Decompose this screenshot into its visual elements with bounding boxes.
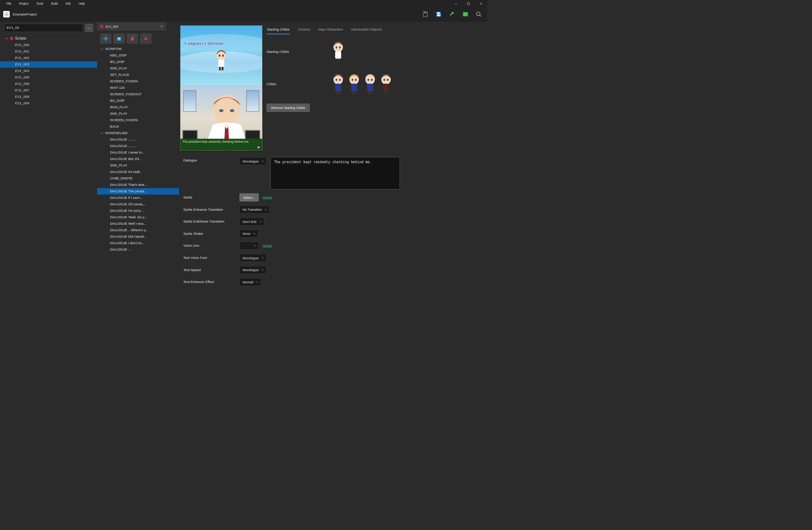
film-icon[interactable] (462, 11, 468, 17)
minimize-button[interactable] (450, 0, 462, 7)
command-item[interactable]: SND_PLAY (97, 110, 179, 117)
svg-point-15 (222, 55, 224, 57)
command-item[interactable]: DIALOGUE The presid... (97, 188, 179, 195)
text-voice-font-select[interactable]: Monologue (239, 254, 267, 262)
menu-help[interactable]: Help (75, 1, 89, 7)
command-item[interactable]: BGM_PLAY (97, 104, 179, 110)
sprite-exit-select[interactable]: Don't Exit (239, 218, 264, 226)
menu-file[interactable]: File (3, 1, 15, 7)
command-item[interactable]: DIALOGUE I don't ev... (97, 240, 179, 246)
section-nonesel000[interactable]: NONESEL000 (97, 130, 179, 136)
explorer-item-ev1_000[interactable]: EV1_000 (0, 42, 97, 48)
explorer-item-ev1_005[interactable]: EV1_005 (0, 74, 97, 81)
chibi[interactable] (331, 73, 345, 95)
svg-rect-43 (367, 84, 373, 91)
explorer-more-button[interactable]: ... (85, 24, 93, 32)
command-item[interactable]: DIALOGUE Yeah. Do y... (97, 214, 179, 220)
command-item[interactable]: BG_DISP (97, 97, 179, 104)
command-item[interactable]: DIALOGUE Did Haruhi... (97, 233, 179, 240)
clear-command-button[interactable] (140, 34, 151, 44)
chibis-label: Chibis (267, 82, 323, 86)
command-item[interactable]: DIALOGUE That's wha... (97, 182, 179, 188)
sprite-entrance-label: Sprite Entrance Transition (183, 207, 239, 211)
command-item[interactable]: DIALOGUE I'm sorry ... (97, 207, 179, 214)
explorer-item-ev1_006[interactable]: EV1_006 (0, 81, 97, 87)
command-item[interactable]: DIALOGUE If I can't... (97, 195, 179, 201)
voice-line-label: Voice Line (183, 244, 239, 248)
location-label: Computer Clubroom (185, 41, 224, 46)
svg-rect-12 (146, 39, 146, 40)
command-item[interactable]: DIALOGUE Well I wou... (97, 220, 179, 227)
svg-rect-25 (335, 51, 341, 59)
command-item[interactable]: DIALOGUE Of course,... (97, 201, 179, 207)
text-entrance-select[interactable]: Normal (239, 278, 261, 286)
subtab-map-characters[interactable]: Map Characters (318, 26, 343, 35)
command-item[interactable]: DIALOGUE It's reall... (97, 169, 179, 175)
sprite-entrance-select[interactable]: No Transition (239, 205, 270, 214)
dialogue-type-select[interactable]: Monologue (239, 157, 267, 165)
add-command-button[interactable] (100, 34, 111, 44)
chevron-down-icon (5, 37, 8, 40)
explorer-item-ev1_007[interactable]: EV1_007 (0, 87, 97, 93)
command-item[interactable]: DIALOGUE ... (97, 246, 179, 253)
command-panel: EV1_003 SCRIP (97, 21, 179, 318)
explorer-item-ev1_003[interactable]: EV1_003 (0, 61, 97, 68)
sprite-none-link[interactable]: NONE (263, 196, 272, 199)
menu-tools[interactable]: Tools (32, 1, 47, 7)
sprite-label: Sprite (183, 196, 239, 200)
command-item[interactable]: BACK (97, 123, 179, 130)
voice-line-select[interactable] (239, 242, 259, 250)
remove-starting-chibis-button[interactable]: Remove Starting Chibis (267, 104, 310, 112)
save-icon[interactable] (436, 11, 442, 17)
command-item[interactable]: SCREEN_FADEIN (97, 117, 179, 123)
command-item[interactable]: KBG_DISP (97, 52, 179, 59)
menu-build[interactable]: Build (47, 1, 61, 7)
svg-rect-8 (467, 12, 468, 16)
build-icon[interactable] (422, 11, 428, 17)
close-button[interactable] (475, 0, 487, 7)
chibi[interactable] (347, 73, 361, 95)
section-script00[interactable]: SCRIPT00 (97, 46, 179, 52)
subtab-interactable-objects[interactable]: Interactable Objects (350, 26, 382, 35)
command-item[interactable]: DIALOGUE But, it'll... (97, 156, 179, 162)
command-item[interactable]: DIALOGUE I never in... (97, 149, 179, 156)
dialogue-textarea[interactable] (271, 157, 400, 189)
search-icon[interactable] (476, 11, 482, 17)
maximize-button[interactable] (462, 0, 475, 7)
explorer-item-ev1_004[interactable]: EV1_004 (0, 68, 97, 74)
subtab-choices[interactable]: Choices (297, 26, 311, 35)
starting-chibi[interactable] (331, 41, 345, 63)
explorer-item-ev1_009[interactable]: EV1_009 (0, 100, 97, 106)
command-item[interactable]: SET_PLACE (97, 72, 179, 78)
chibi[interactable] (363, 73, 377, 95)
explorer-item-ev1_002[interactable]: EV1_002 (0, 55, 97, 61)
subtab-starting-chibis[interactable]: Starting Chibis (267, 26, 290, 35)
command-item[interactable]: DIALOGUE ...Where's y... (97, 227, 179, 233)
explorer-item-ev1_001[interactable]: EV1_001 (0, 48, 97, 55)
explorer-item-ev1_008[interactable]: EV1_008 (0, 93, 97, 100)
command-item[interactable]: CHIBI_EMOTE (97, 175, 179, 182)
hammer-icon[interactable] (449, 11, 455, 17)
command-item[interactable]: BG_DISP (97, 59, 179, 65)
close-tab-icon[interactable] (160, 25, 163, 28)
sprite-shake-select[interactable]: None (239, 229, 258, 238)
add-section-button[interactable] (114, 34, 125, 44)
menu-edit[interactable]: Edit (62, 1, 75, 7)
svg-point-24 (339, 46, 341, 49)
delete-command-button[interactable] (127, 34, 138, 44)
sprite-select-button[interactable]: Select... (239, 193, 259, 202)
command-item[interactable]: SCREEN_FADEIN (97, 78, 179, 84)
text-speed-select[interactable]: Monologue (239, 266, 267, 274)
chibi[interactable] (379, 73, 393, 95)
command-item[interactable]: SND_PLAY (97, 162, 179, 169)
command-item[interactable]: DIALOGUE ......... (97, 143, 179, 149)
voice-line-none-link[interactable]: NONE (263, 244, 272, 247)
scripts-section[interactable]: Scripts (0, 35, 97, 42)
tab-ev1-003[interactable]: EV1_003 (97, 22, 166, 31)
command-item[interactable]: SND_PLAY (97, 65, 179, 72)
explorer-search-input[interactable] (4, 24, 83, 32)
command-item[interactable]: DIALOGUE ......... (97, 136, 179, 143)
command-item[interactable]: WAIT 120 (97, 84, 179, 91)
command-item[interactable]: SCREEN_FADEOUT (97, 91, 179, 97)
menu-project[interactable]: Project (15, 1, 32, 7)
